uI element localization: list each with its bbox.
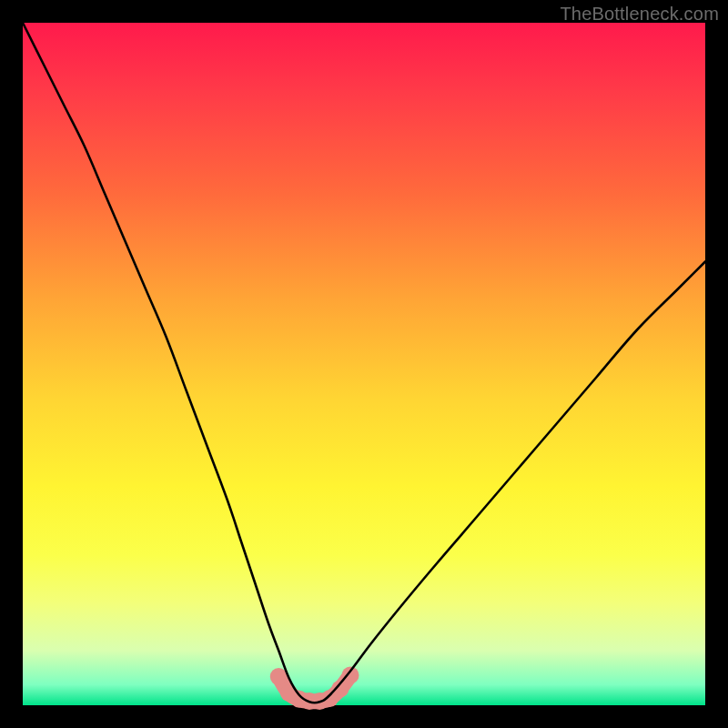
- chart-svg: [0, 0, 728, 728]
- chart-frame: TheBottleneck.com: [0, 0, 728, 728]
- valley-marker-dot: [342, 667, 359, 684]
- watermark-text: TheBottleneck.com: [560, 4, 719, 25]
- bottleneck-curve: [23, 23, 705, 703]
